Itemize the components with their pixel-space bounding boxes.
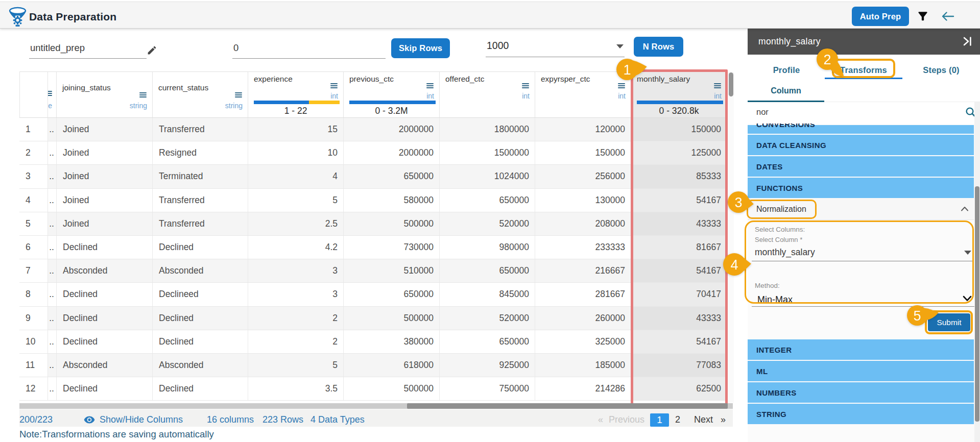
table-cell[interactable]: 3: [248, 283, 344, 306]
column-menu-icon[interactable]: [48, 91, 52, 97]
table-cell[interactable]: Terminated: [153, 165, 248, 188]
table-cell[interactable]: 980000: [440, 236, 535, 259]
table-cell[interactable]: 650000: [344, 165, 440, 188]
table-cell[interactable]: Resigned: [153, 141, 248, 165]
table-cell[interactable]: Declined: [153, 330, 248, 354]
column-header-offered_ctc[interactable]: offered_ctcint: [440, 71, 535, 118]
table-cell[interactable]: Absconded: [57, 259, 153, 283]
table-cell[interactable]: ..: [48, 212, 57, 236]
table-cell[interactable]: Absconded: [153, 354, 248, 377]
transform-category-ml[interactable]: ML: [748, 361, 974, 381]
table-cell[interactable]: 650000: [344, 283, 440, 306]
table-cell[interactable]: ..: [48, 236, 57, 259]
table-vertical-scrollbar-thumb[interactable]: [729, 72, 733, 96]
method-select-value[interactable]: Min-Max: [757, 294, 793, 305]
filter-icon[interactable]: [916, 10, 929, 23]
table-cell[interactable]: 62500: [631, 377, 727, 401]
column-header-previous_ctc[interactable]: previous_ctcint0 - 3.2M: [344, 71, 440, 118]
table-cell[interactable]: Absconded: [153, 259, 248, 283]
pagination-page-1[interactable]: 1: [650, 413, 669, 427]
table-cell[interactable]: 15: [248, 118, 344, 141]
table-cell[interactable]: 925000: [440, 354, 535, 377]
pagination-page-2[interactable]: 2: [675, 414, 680, 425]
table-cell[interactable]: Declined: [57, 283, 153, 306]
table-cell[interactable]: ..: [48, 330, 57, 354]
table-cell[interactable]: 1024000: [440, 165, 535, 188]
pagination-last[interactable]: »: [721, 414, 726, 425]
table-cell[interactable]: Declined: [153, 236, 248, 259]
skip-rows-input[interactable]: [232, 42, 386, 59]
eye-icon[interactable]: [83, 415, 95, 424]
table-cell[interactable]: ..: [48, 307, 57, 330]
table-cell[interactable]: 2.5: [248, 212, 344, 236]
pagination-previous[interactable]: Previous: [609, 414, 644, 425]
search-input[interactable]: nor: [756, 107, 769, 117]
table-cell[interactable]: 580000: [344, 189, 440, 212]
skip-rows-button[interactable]: Skip Rows: [391, 38, 450, 58]
transform-search-row[interactable]: nor: [748, 102, 980, 124]
table-cell[interactable]: 130000: [535, 189, 631, 212]
table-cell[interactable]: 520000: [440, 212, 535, 236]
table-cell[interactable]: Declineed: [153, 283, 248, 306]
table-cell[interactable]: 185000: [535, 354, 631, 377]
table-cell[interactable]: 3.5: [248, 377, 344, 401]
table-cell[interactable]: ..: [48, 165, 57, 188]
table-cell[interactable]: Transferred: [153, 189, 248, 212]
table-cell[interactable]: 510000: [344, 259, 440, 283]
column-header-joining_status[interactable]: joining_statusstring: [57, 71, 153, 118]
table-cell[interactable]: 214286: [535, 377, 631, 401]
table-cell[interactable]: 520000: [440, 307, 535, 330]
column-menu-icon[interactable]: [235, 92, 243, 99]
transform-category-dates[interactable]: DATES: [748, 156, 974, 177]
table-cell[interactable]: 233333: [535, 236, 631, 259]
table-cell[interactable]: Declined: [57, 377, 153, 401]
prep-name-input[interactable]: [29, 42, 147, 59]
transform-category-data-cleansing[interactable]: DATA CLEANSING: [748, 135, 974, 155]
transform-item-normalization[interactable]: Normalization: [748, 199, 974, 220]
table-cell[interactable]: 256000: [535, 165, 631, 188]
edit-pencil-icon[interactable]: [147, 45, 157, 56]
table-cell[interactable]: 325000: [535, 330, 631, 354]
table-cell[interactable]: Transferred: [153, 118, 248, 141]
table-cell[interactable]: 120000: [535, 118, 631, 141]
table-cell[interactable]: 730000: [344, 236, 440, 259]
table-cell[interactable]: 1800000: [440, 118, 535, 141]
table-cell[interactable]: 500000: [344, 307, 440, 330]
table-cell[interactable]: 54167: [631, 330, 727, 354]
table-cell[interactable]: 2: [248, 307, 344, 330]
transform-category-functions[interactable]: FUNCTIONS: [748, 178, 974, 198]
table-cell[interactable]: Joined: [57, 212, 153, 236]
table-cell[interactable]: ..: [48, 354, 57, 377]
table-cell[interactable]: Declined: [153, 307, 248, 330]
table-cell[interactable]: Transferred: [153, 212, 248, 236]
table-cell[interactable]: Declined: [57, 236, 153, 259]
table-cell[interactable]: 125000: [631, 141, 727, 165]
table-cell[interactable]: Absconded: [57, 354, 153, 377]
table-cell[interactable]: 208000: [535, 212, 631, 236]
column-menu-icon[interactable]: [330, 83, 338, 89]
table-cell[interactable]: Joined: [57, 141, 153, 165]
table-cell[interactable]: 500000: [344, 212, 440, 236]
table-cell[interactable]: ..: [48, 141, 57, 165]
back-arrow-icon[interactable]: [941, 11, 954, 21]
transform-category-string[interactable]: STRING: [748, 404, 974, 424]
table-cell[interactable]: 150000: [631, 118, 727, 141]
collapse-panel-icon[interactable]: [962, 36, 972, 46]
table-cell[interactable]: ..: [48, 259, 57, 283]
table-cell[interactable]: 10: [248, 141, 344, 165]
table-cell[interactable]: Joined: [57, 189, 153, 212]
auto-prep-button[interactable]: Auto Prep: [852, 7, 909, 26]
table-cell[interactable]: Declined: [57, 330, 153, 354]
table-cell[interactable]: 618000: [344, 354, 440, 377]
table-cell[interactable]: 650000: [440, 259, 535, 283]
table-cell[interactable]: 845000: [440, 283, 535, 306]
table-cell[interactable]: 2: [248, 330, 344, 354]
table-cell[interactable]: 3: [248, 259, 344, 283]
table-cell[interactable]: 4: [248, 165, 344, 188]
table-cell[interactable]: Joined: [57, 118, 153, 141]
table-cell[interactable]: ..: [48, 189, 57, 212]
table-cell[interactable]: 4.2: [248, 236, 344, 259]
column-header-current_status[interactable]: current_statusstring: [153, 71, 248, 118]
table-cell[interactable]: 77083: [631, 354, 727, 377]
transform-category-numbers[interactable]: NUMBERS: [748, 382, 974, 403]
